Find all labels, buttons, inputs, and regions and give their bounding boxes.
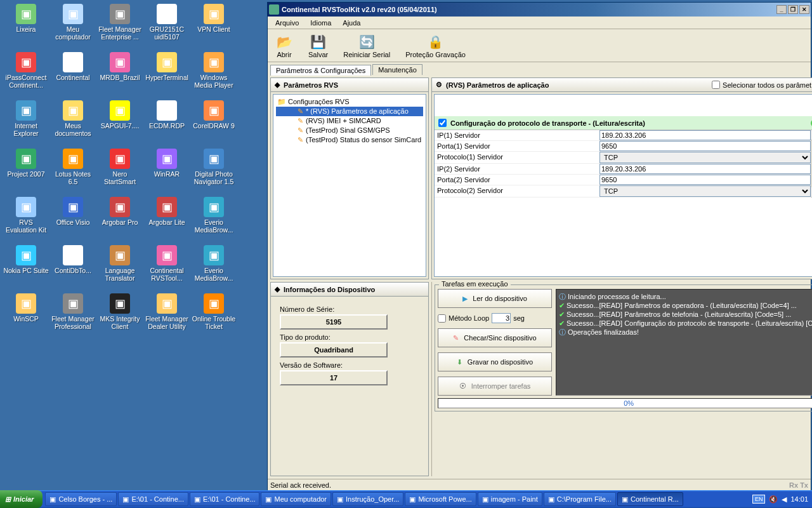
desktop-icon[interactable]: ▣Meu computador	[49, 3, 96, 48]
taskbar-item[interactable]: ▣Celso Borges - ...	[45, 492, 117, 506]
desktop-icon[interactable]: ▣ECDM.RDP	[143, 99, 190, 145]
toolbar-abrir[interactable]: 📂Abrir	[273, 32, 296, 60]
desktop-icon[interactable]: ▣Argobar Pro	[96, 196, 143, 241]
desktop-icon[interactable]: ▣ContiDbTo...	[49, 244, 96, 290]
play-icon: ▶	[462, 295, 468, 303]
desktop-icon[interactable]: ▣VPN Client	[190, 3, 237, 48]
icon-label: MKS Integrity Client	[97, 315, 143, 330]
desktop-icon[interactable]: ▣Continental	[49, 51, 96, 97]
desktop-icon[interactable]: ▣WinRAR	[143, 147, 190, 193]
tree-root[interactable]: 📁 Configurações RVS	[276, 97, 423, 107]
desktop-icon[interactable]: ▣Digital Photo Navigator 1.5	[190, 147, 237, 193]
desktop-icon[interactable]: ▣Office Visio	[49, 196, 96, 241]
param-value[interactable]	[599, 164, 811, 175]
desktop-icon[interactable]: ▣Nero StartSmart	[96, 147, 143, 193]
app-icon: ▣	[157, 245, 177, 265]
check-sync-button[interactable]: ✎Checar/Sinc dispositivo	[438, 328, 552, 347]
tree-item-app-params[interactable]: ✎* (RVS) Parâmetros de aplicação	[276, 107, 423, 116]
taskbar-item[interactable]: ▣Continental R...	[617, 492, 683, 506]
taskbar-item[interactable]: ▣Instrução_Oper...	[332, 492, 403, 506]
desktop-icon[interactable]: ▣RVS Evaluation Kit	[3, 196, 49, 241]
app-icon: ▣	[63, 293, 83, 314]
read-device-button[interactable]: ▶Ler do dispositivo	[438, 289, 552, 308]
section-header[interactable]: Configuração do protocolo de transporte …	[435, 116, 812, 130]
icon-label: Language Translator	[97, 267, 143, 282]
param-value[interactable]	[599, 130, 811, 141]
desktop-icon[interactable]: ▣iPassConnect Continent...	[3, 51, 49, 97]
desktop-icon[interactable]: ▣Lotus Notes 6.5	[49, 147, 96, 193]
log-output[interactable]: Iniciando processos de leitura...Sucesso…	[556, 289, 812, 396]
param-value[interactable]	[599, 175, 811, 185]
select-all-checkbox[interactable]: Selecionar todos os parâmetros	[712, 81, 812, 89]
icon-label: Digital Photo Navigator 1.5	[191, 170, 237, 185]
desktop-icon[interactable]: ▣Fleet Manager Dealer Utility	[143, 292, 190, 338]
clock[interactable]: 14:01	[790, 495, 808, 503]
restore-button[interactable]: ❐	[788, 5, 798, 14]
param-value[interactable]	[599, 141, 811, 152]
desktop-icon[interactable]: ▣Internet Explorer	[3, 99, 49, 145]
tray-icon[interactable]: ◀	[782, 495, 787, 504]
tree-item-imei[interactable]: ✎(RVS) IMEI + SIMCARD	[276, 116, 423, 126]
desktop-icon[interactable]: ▣Argobar Lite	[143, 196, 190, 241]
system-tray[interactable]: EN 🔇 ◀ 14:01	[749, 495, 812, 504]
loop-method[interactable]: Método Loop seg	[438, 313, 552, 323]
desktop-icon[interactable]: ▣Project 2007	[3, 147, 49, 193]
taskbar-item[interactable]: ▣Meu computador	[261, 492, 331, 506]
desktop-icon[interactable]: ▣Everio MediaBrow...	[190, 196, 237, 241]
section-checkbox[interactable]	[438, 119, 447, 127]
desktop-icon[interactable]: ▣Fleet Manager Professional	[49, 292, 96, 338]
desktop-icon[interactable]: ▣Windows Media Player	[190, 51, 237, 97]
serial-value: 5195	[280, 314, 388, 330]
taskbar-item[interactable]: ▣imagem - Paint	[478, 492, 542, 506]
desktop-icon[interactable]: ▣MRDB_Brazil	[96, 51, 143, 97]
tray-icon[interactable]: 🔇	[769, 495, 778, 504]
progress-bar: 0%	[438, 398, 812, 408]
desktop-icon[interactable]: ▣Fleet Manager Enterprise ...	[96, 3, 143, 48]
desktop-icon[interactable]: ▣Meus documentos	[49, 99, 96, 145]
menu-idioma[interactable]: Idioma	[305, 18, 336, 28]
toolbar-reiniciar-serial[interactable]: 🔄Reiniciar Serial	[341, 32, 393, 60]
icon-label: RVS Evaluation Kit	[3, 218, 49, 234]
tab-manutencao[interactable]: Manutenção	[372, 64, 422, 75]
param-value[interactable]: TCP	[599, 152, 811, 164]
desktop-icon[interactable]: ▣Lixeira	[3, 3, 49, 48]
taskbar-item[interactable]: ▣E:\01 - Contine...	[118, 492, 188, 506]
taskbar-item[interactable]: ▣Microsoft Powe...	[405, 492, 476, 506]
icon-label: Everio MediaBrow...	[191, 218, 237, 234]
desktop-icon[interactable]: ▣SAPGUI-7....	[96, 99, 143, 145]
tree-item-gsm[interactable]: ✎(TestProd) Sinal GSM/GPS	[276, 126, 423, 135]
start-button[interactable]: ⊞ Iniciar	[0, 490, 43, 508]
tab-parametros[interactable]: Parâmetros & Configurações	[270, 65, 371, 76]
tree-item-simcard[interactable]: ✎(TestProd) Status do sensor SimCard	[276, 135, 423, 145]
menu-arquivo[interactable]: Arquivo	[270, 18, 304, 28]
toolbar-salvar[interactable]: 💾Salvar	[306, 32, 331, 60]
desktop-icon[interactable]: ▣WinSCP	[3, 292, 49, 338]
app-window: Continental RVSToolKit v2.0 rev20 (05/04…	[267, 2, 811, 491]
stop-icon: ⦿	[459, 382, 466, 390]
desktop-icon[interactable]: ▣CorelDRAW 9	[190, 99, 237, 145]
tree[interactable]: 📁 Configurações RVS ✎* (RVS) Parâmetros …	[273, 94, 426, 277]
windows-icon: ⊞	[5, 495, 11, 504]
language-indicator[interactable]: EN	[752, 495, 766, 504]
app-icon: ▣	[63, 52, 83, 72]
desktop-icon[interactable]: ▣Nokia PC Suite	[3, 244, 49, 290]
desktop-icon[interactable]: ▣Language Translator	[96, 244, 143, 290]
write-device-button[interactable]: ⬇Gravar no dispositivo	[438, 352, 552, 371]
icon-label: CorelDRAW 9	[193, 122, 235, 130]
desktop-icon[interactable]: ▣Continental RVSTool...	[143, 244, 190, 290]
check-icon: ✎	[453, 334, 459, 342]
taskbar-item[interactable]: ▣E:\01 - Contine...	[190, 492, 260, 506]
loop-value-input[interactable]	[492, 313, 511, 323]
desktop-icon[interactable]: ▣Online Trouble Ticket	[190, 292, 237, 338]
desktop-icon[interactable]: ▣HyperTerminal	[143, 51, 190, 97]
menu-ajuda[interactable]: Ajuda	[337, 18, 365, 28]
titlebar[interactable]: Continental RVSToolKit v2.0 rev20 (05/04…	[268, 3, 811, 17]
param-value[interactable]: TCP	[599, 185, 811, 197]
toolbar-proteção-gravação[interactable]: 🔒Proteção Gravação	[403, 32, 468, 60]
taskbar-item[interactable]: ▣C:\Program File...	[544, 492, 616, 506]
minimize-button[interactable]: _	[776, 5, 787, 14]
desktop-icon[interactable]: ▣Everio MediaBrow...	[190, 244, 237, 290]
close-button[interactable]: ✕	[799, 5, 809, 14]
desktop-icon[interactable]: ▣GRU2151C uidl5107	[143, 3, 190, 48]
desktop-icon[interactable]: ▣MKS Integrity Client	[96, 292, 143, 338]
